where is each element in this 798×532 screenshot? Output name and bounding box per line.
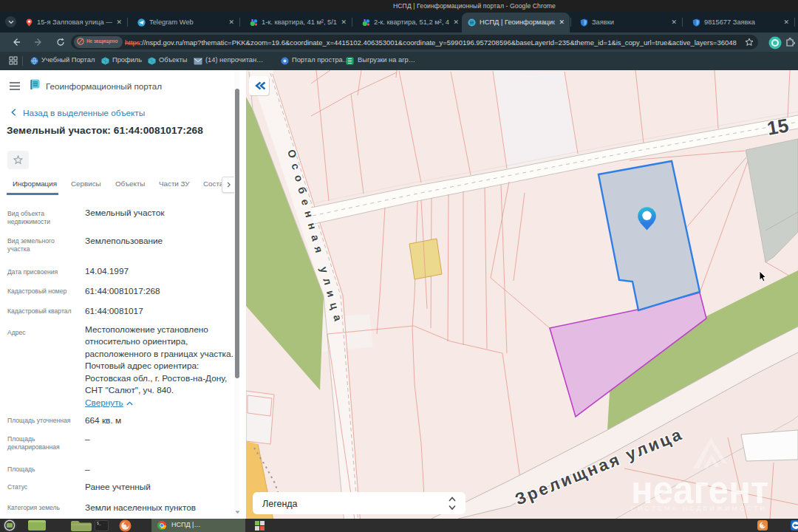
svg-text:СИСТЕМА НЕДВИЖИМОСТИ: СИСТЕМА НЕДВИЖИМОСТИ [631, 505, 767, 512]
svg-text:Легенда: Легенда [262, 499, 298, 509]
svg-text:15: 15 [765, 114, 791, 140]
